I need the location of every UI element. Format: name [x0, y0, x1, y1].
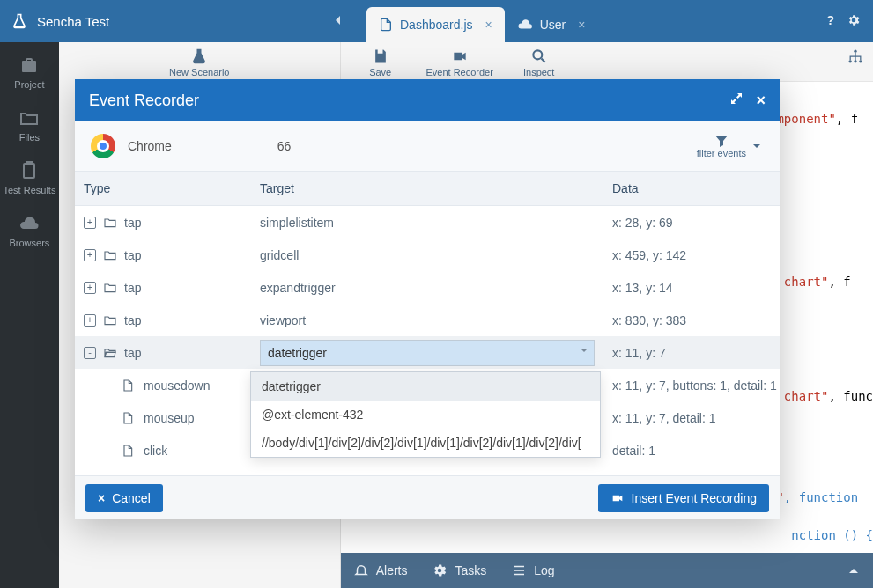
- chevron-down-icon: [750, 139, 764, 155]
- nav-project[interactable]: Project: [14, 55, 44, 90]
- js-file-icon: [379, 18, 393, 32]
- combobox-option[interactable]: //body/div[1]/div[2]/div[2]/div[1]/div[1…: [251, 429, 600, 457]
- editor-tabs: Dashboard.js × User ×: [366, 0, 597, 42]
- event-type: tap: [124, 281, 141, 295]
- flask-icon: [11, 12, 28, 30]
- collapse-left-icon[interactable]: [331, 13, 352, 30]
- app-title: Sencha Test: [37, 14, 109, 29]
- cloud-icon: [517, 17, 533, 33]
- inspect-button[interactable]: Inspect: [499, 48, 579, 77]
- event-data: x: 11, y: 7: [603, 346, 780, 360]
- event-target: viewport: [251, 313, 603, 327]
- nav-label: Project: [14, 79, 44, 90]
- tree-icon: [847, 48, 864, 65]
- combobox-option[interactable]: datetrigger: [251, 372, 600, 401]
- expand-icon[interactable]: +: [84, 217, 96, 229]
- hierarchy-button[interactable]: [838, 48, 873, 65]
- gear-icon: [432, 562, 448, 578]
- event-target: gridcell: [251, 248, 603, 262]
- gear-icon[interactable]: [847, 13, 861, 30]
- close-icon: ×: [98, 491, 105, 505]
- col-data[interactable]: Data: [603, 181, 780, 195]
- svg-rect-0: [24, 164, 34, 178]
- tab-user[interactable]: User ×: [505, 7, 598, 42]
- nav-label: Files: [19, 132, 40, 143]
- close-icon[interactable]: ×: [578, 18, 585, 32]
- browser-version: 66: [277, 139, 292, 153]
- close-icon[interactable]: ×: [485, 18, 492, 32]
- cancel-button[interactable]: × Cancel: [85, 484, 163, 512]
- target-combobox-input[interactable]: [260, 340, 595, 366]
- app-brand[interactable]: Sencha Test: [0, 12, 352, 30]
- nav-files[interactable]: Files: [18, 107, 40, 143]
- button-label: Inspect: [523, 67, 554, 77]
- event-target: simplelistitem: [251, 216, 603, 230]
- status-collapse[interactable]: [847, 563, 861, 577]
- nav-label: Browsers: [10, 238, 50, 248]
- code-text: nction () {: [791, 528, 873, 542]
- expand-icon[interactable]: +: [84, 282, 96, 294]
- code-text: chart": [784, 389, 829, 403]
- folder-icon: [103, 313, 117, 327]
- event-type: mousedown: [144, 379, 211, 393]
- nav-browsers[interactable]: Browsers: [10, 213, 50, 248]
- browser-selector[interactable]: Chrome: [91, 134, 172, 158]
- file-icon: [121, 444, 135, 458]
- event-row[interactable]: +tap gridcell x: 459, y: 142: [75, 239, 780, 271]
- target-combobox-dropdown: datetrigger @ext-element-432 //body/div[…: [250, 371, 601, 458]
- briefcase-icon: [18, 55, 40, 76]
- status-tasks[interactable]: Tasks: [432, 562, 486, 578]
- folder-icon: [103, 248, 117, 262]
- new-scenario-button[interactable]: New Scenario: [155, 48, 243, 77]
- event-type: click: [144, 444, 167, 458]
- expand-icon[interactable]: +: [84, 249, 96, 261]
- tab-dashboard-js[interactable]: Dashboard.js ×: [366, 7, 505, 42]
- folder-icon: [103, 281, 117, 295]
- activity-bar: Project Files Test Results Browsers: [0, 42, 59, 588]
- col-type[interactable]: Type: [75, 181, 251, 195]
- tab-label: Dashboard.js: [400, 18, 473, 32]
- tab-label: User: [540, 18, 566, 32]
- event-row[interactable]: +tap simplelistitem x: 28, y: 69: [75, 206, 780, 239]
- col-target[interactable]: Target: [251, 181, 603, 195]
- status-log[interactable]: Log: [511, 562, 554, 578]
- expand-icon[interactable]: +: [84, 314, 96, 327]
- filter-events-button[interactable]: filter events: [697, 134, 764, 158]
- button-label: New Scenario: [169, 67, 229, 77]
- event-row[interactable]: -tap x: 11, y: 7: [75, 336, 780, 369]
- camera-icon: [451, 48, 469, 65]
- chrome-icon: [91, 134, 115, 158]
- camera-icon: [610, 491, 625, 505]
- event-row[interactable]: +tap expandtrigger x: 13, y: 14: [75, 271, 780, 304]
- status-alerts[interactable]: Alerts: [353, 562, 408, 578]
- chevron-down-icon[interactable]: [577, 343, 591, 360]
- nav-label: Test Results: [3, 185, 55, 195]
- svg-point-6: [859, 60, 862, 62]
- event-data: x: 13, y: 14: [603, 281, 780, 295]
- svg-point-3: [854, 50, 856, 53]
- dialog-header: Event Recorder ×: [75, 79, 780, 121]
- event-type: tap: [124, 248, 141, 262]
- event-recorder-button[interactable]: Event Recorder: [420, 48, 499, 77]
- combobox-option[interactable]: @ext-element-432: [251, 401, 600, 429]
- funnel-icon: [714, 134, 729, 148]
- code-text: chart": [776, 275, 828, 289]
- insert-recording-button[interactable]: Insert Event Recording: [598, 484, 769, 512]
- maximize-icon[interactable]: [729, 92, 744, 110]
- browser-name: Chrome: [128, 139, 172, 153]
- event-data: x: 459, y: 142: [603, 248, 780, 262]
- help-icon[interactable]: ?: [826, 13, 834, 30]
- close-icon[interactable]: ×: [756, 92, 766, 110]
- code-text: mponent": [776, 112, 835, 126]
- button-label: Save: [369, 67, 391, 77]
- event-data: x: 830, y: 383: [603, 313, 780, 327]
- collapse-icon[interactable]: -: [84, 347, 96, 359]
- event-type: tap: [124, 216, 141, 230]
- file-icon: [121, 411, 135, 425]
- nav-test-results[interactable]: Test Results: [3, 160, 55, 195]
- chevron-up-icon: [847, 563, 861, 577]
- code-text: , f: [828, 275, 850, 289]
- save-button[interactable]: Save: [341, 48, 420, 77]
- event-row[interactable]: +tap viewport x: 830, y: 383: [75, 304, 780, 336]
- button-label: Event Recorder: [425, 67, 492, 77]
